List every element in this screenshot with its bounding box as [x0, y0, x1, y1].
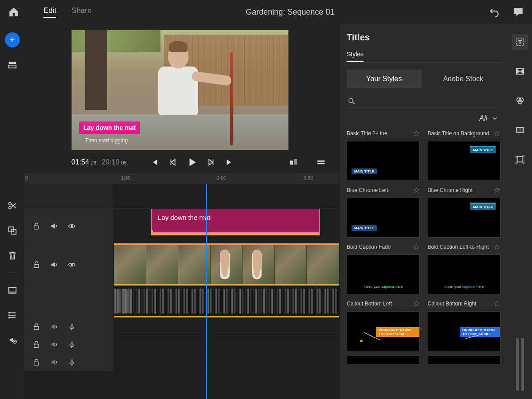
trash-icon[interactable] [5, 248, 20, 263]
favorite-icon[interactable]: ☆ [413, 129, 420, 138]
track-list-icon[interactable] [5, 308, 20, 323]
tab-edit[interactable]: Edit [43, 6, 56, 18]
step-back-button[interactable] [167, 156, 180, 169]
play-button[interactable] [185, 156, 199, 169]
tile-label: Bold Caption Left-to-Right [428, 244, 489, 250]
scissors-icon[interactable] [5, 198, 20, 213]
tab-share[interactable]: Share [71, 6, 91, 18]
svg-point-23 [349, 98, 353, 102]
total-timecode: 29:10 05 [102, 158, 126, 166]
svg-rect-22 [71, 359, 73, 363]
video-preview[interactable]: Lay down the mat Then start digging [71, 30, 289, 150]
favorite-icon[interactable]: ☆ [493, 129, 501, 138]
voice-track-1 [24, 318, 339, 336]
quality-toggle-icon[interactable] [289, 157, 298, 167]
subtab-styles[interactable]: Styles [347, 51, 364, 62]
timeline-ruler[interactable]: 0 1:30 2:00 2:30 [24, 173, 339, 184]
speaker-icon[interactable] [50, 323, 58, 331]
speed-tool-icon[interactable] [512, 122, 528, 138]
go-to-end-button[interactable] [223, 156, 236, 169]
title-clip-bar [151, 233, 320, 235]
eye-icon[interactable] [68, 261, 76, 269]
lock-icon[interactable] [32, 340, 40, 348]
title-tile[interactable]: Blue Chrome Right☆ MAIN TITLE [428, 185, 501, 238]
titles-filter[interactable]: All [347, 111, 501, 129]
step-forward-button[interactable] [204, 156, 217, 169]
title-tile[interactable]: Callout Bottom Left☆ BRING ATTENTION TO … [347, 299, 420, 351]
track-spacer [24, 184, 339, 196]
svg-rect-30 [517, 156, 523, 162]
add-media-button[interactable]: + [5, 32, 20, 47]
transitions-tool-icon[interactable] [512, 63, 528, 79]
color-tool-icon[interactable] [512, 93, 528, 109]
speaker-icon[interactable] [50, 222, 58, 230]
seg-your-styles[interactable]: Your Styles [347, 70, 422, 88]
favorite-icon[interactable]: ☆ [493, 242, 501, 252]
playhead[interactable] [206, 184, 207, 399]
tile-thumb: MAIN TITLE [428, 198, 501, 238]
title-tile[interactable] [428, 356, 501, 364]
timeline[interactable]: Lay down the mat [24, 184, 339, 399]
main-area: + [0, 24, 532, 399]
top-bar: Edit Share Gardening: Sequence 01 [0, 0, 532, 24]
titles-subtabs: Styles [347, 51, 501, 63]
transport-bar: 01:54 28 29:10 05 [24, 150, 339, 173]
duplicate-icon[interactable] [5, 223, 20, 238]
svg-point-16 [71, 263, 73, 266]
mic-icon[interactable] [68, 340, 76, 348]
tile-cap-kw: captions [381, 285, 395, 289]
video-clip[interactable] [114, 243, 339, 286]
title-tile[interactable]: Basic Title 2-Line☆ MAIN TITLE [347, 129, 420, 181]
title-tile[interactable]: Callout Bottom Right☆ BRING ATTENTION TO… [428, 299, 501, 351]
speaker-icon[interactable] [50, 358, 58, 366]
title-track-head [24, 209, 113, 243]
favorite-icon[interactable]: ☆ [493, 185, 501, 195]
favorite-icon[interactable]: ☆ [413, 242, 420, 252]
tile-label: Blue Chrome Right [428, 187, 473, 193]
seg-adobe-stock[interactable]: Adobe Stock [426, 70, 501, 88]
speaker-icon[interactable] [50, 261, 58, 269]
title-tile[interactable]: Basic Title on Background☆ MAIN TITLE [428, 129, 501, 181]
settings-handle-icon[interactable] [316, 157, 326, 167]
right-tool-column [508, 24, 532, 399]
svg-rect-11 [290, 160, 293, 164]
title-clip[interactable]: Lay down the mat [151, 209, 320, 233]
lock-icon[interactable] [32, 323, 40, 331]
mic-icon[interactable] [68, 323, 76, 331]
lock-icon[interactable] [32, 261, 40, 269]
current-tc-frames: 28 [91, 160, 96, 165]
tile-thumb: MAIN TITLE [428, 141, 501, 181]
tile-thumb: Insert your captions here [347, 254, 420, 294]
go-to-start-button[interactable] [148, 156, 161, 169]
favorite-icon[interactable]: ☆ [413, 299, 420, 309]
undo-icon[interactable] [489, 6, 500, 18]
lock-icon[interactable] [32, 358, 40, 366]
svg-rect-4 [8, 65, 16, 68]
transform-tool-icon[interactable] [512, 151, 528, 167]
mic-icon[interactable] [68, 358, 76, 366]
title-tile[interactable]: Bold Caption Left-to-Right☆ Insert your … [428, 242, 501, 294]
svg-rect-12 [294, 159, 297, 165]
svg-point-14 [71, 225, 73, 227]
titles-search[interactable] [347, 94, 501, 108]
home-icon[interactable] [8, 6, 20, 18]
lock-icon[interactable] [32, 222, 40, 230]
eye-icon[interactable] [68, 222, 76, 230]
title-tile[interactable] [347, 356, 420, 364]
title-tile[interactable]: Bold Caption Fade☆ Insert your captions … [347, 242, 420, 294]
fullscreen-icon[interactable] [5, 283, 20, 298]
title-tile[interactable]: Blue Chrome Left☆ MAIN TITLE [347, 185, 420, 238]
track-spacer [24, 196, 339, 209]
current-timecode[interactable]: 01:54 28 [71, 158, 96, 166]
project-panel-icon[interactable] [5, 57, 20, 72]
speaker-icon[interactable] [50, 340, 58, 348]
tile-label: Callout Bottom Left [347, 301, 392, 307]
svg-point-1 [518, 10, 519, 12]
audio-meter [516, 338, 524, 391]
favorite-icon[interactable]: ☆ [413, 185, 420, 195]
titles-tool-icon[interactable] [512, 34, 528, 50]
favorite-icon[interactable]: ☆ [493, 299, 501, 309]
comment-icon[interactable] [512, 6, 524, 18]
marker-add-icon[interactable] [5, 332, 20, 348]
audio-clip[interactable] [114, 286, 339, 317]
